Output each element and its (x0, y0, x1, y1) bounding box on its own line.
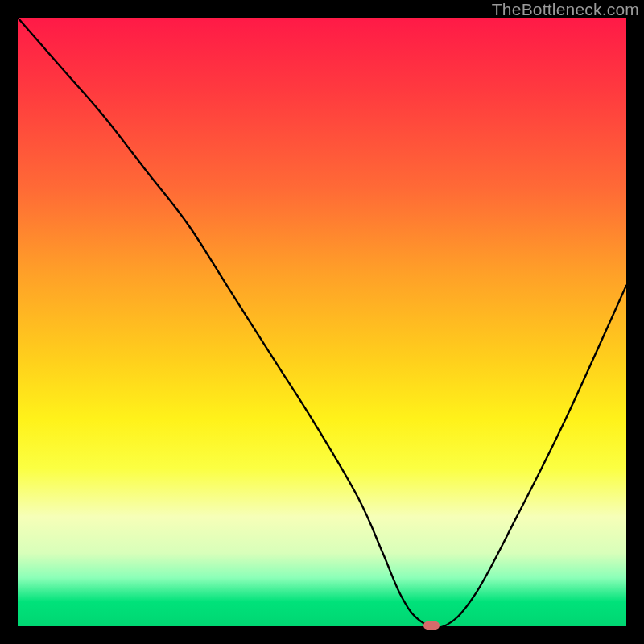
optimal-marker (423, 621, 440, 630)
chart-frame: TheBottleneck.com (0, 0, 644, 644)
watermark-text: TheBottleneck.com (492, 0, 639, 19)
bottleneck-curve (18, 18, 626, 626)
curve-layer (18, 18, 626, 626)
plot-area (18, 18, 626, 626)
